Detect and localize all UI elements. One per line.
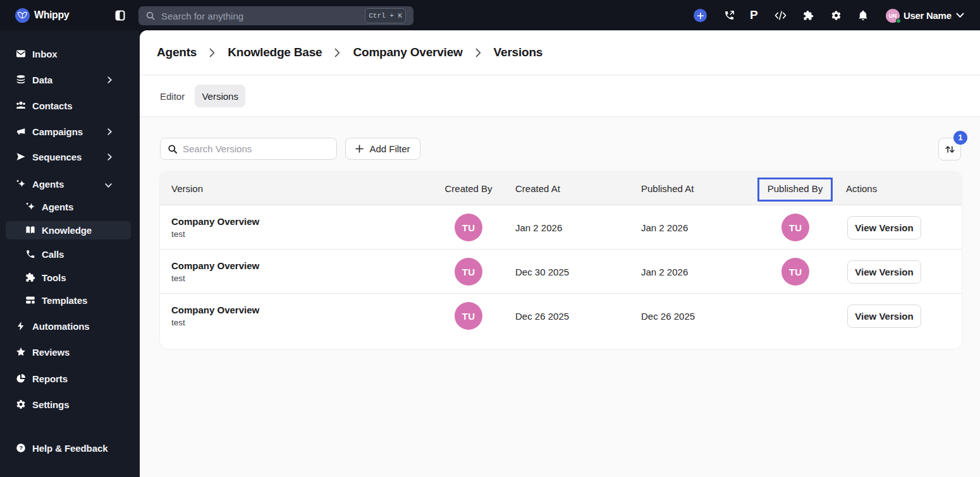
svg-text:?: ? — [19, 444, 23, 451]
